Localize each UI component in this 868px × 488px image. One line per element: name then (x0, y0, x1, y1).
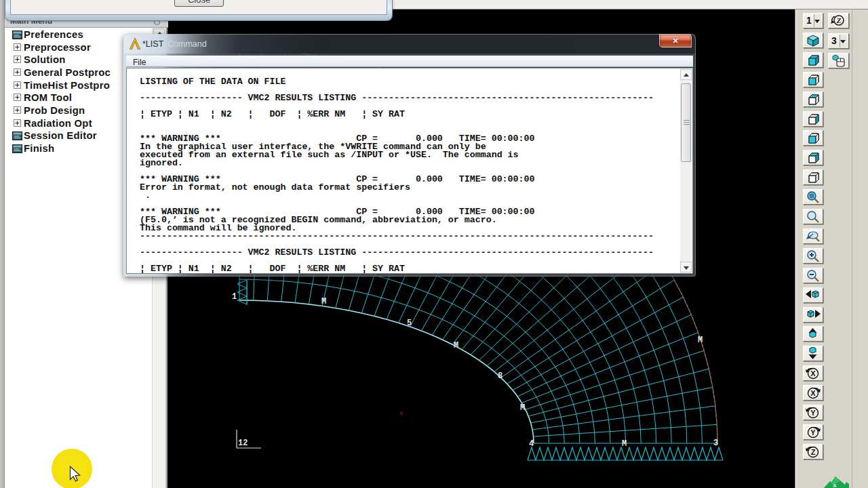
svg-text:M: M (622, 439, 627, 449)
svg-text:M: M (520, 403, 525, 413)
svg-text:8: 8 (498, 371, 502, 381)
svg-text:X: X (810, 389, 816, 397)
svg-text:Z: Z (835, 16, 841, 24)
svg-text:Y: Y (810, 409, 816, 417)
svg-text:M: M (321, 297, 326, 306)
svg-text:X: X (810, 369, 816, 378)
svg-text:12: 12 (238, 439, 248, 448)
svg-text:1: 1 (232, 292, 237, 302)
svg-text:3: 3 (713, 439, 718, 448)
svg-text:M: M (698, 336, 703, 345)
svg-text:Y: Y (810, 428, 816, 436)
svg-text:Z: Z (811, 448, 816, 456)
svg-text:M: M (454, 341, 458, 350)
svg-text:4: 4 (529, 439, 534, 449)
svg-text:A: A (833, 483, 836, 488)
svg-text:5: 5 (407, 319, 412, 328)
